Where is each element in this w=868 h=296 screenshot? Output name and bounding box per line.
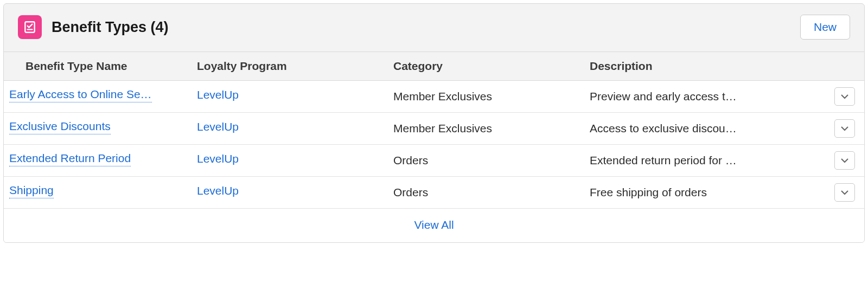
description-cell: Preview and early access t… <box>584 90 825 103</box>
benefit-name-link[interactable]: Exclusive Discounts <box>9 120 111 134</box>
chevron-down-icon <box>841 94 848 99</box>
category-cell: Member Exclusives <box>388 122 584 135</box>
benefit-type-icon <box>18 15 42 39</box>
row-actions-button[interactable] <box>834 183 855 202</box>
card-footer: View All <box>4 209 864 242</box>
loyalty-program-link[interactable]: LevelUp <box>197 120 239 134</box>
category-cell: Member Exclusives <box>388 90 584 103</box>
column-headers: Benefit Type Name Loyalty Program Catego… <box>4 52 864 81</box>
title-group: Benefit Types (4) <box>18 15 169 39</box>
table-row: Exclusive Discounts LevelUp Member Exclu… <box>4 113 864 145</box>
page-title: Benefit Types (4) <box>52 19 169 36</box>
card-header: Benefit Types (4) New <box>4 4 864 52</box>
table-row: Extended Return Period LevelUp Orders Ex… <box>4 145 864 177</box>
category-cell: Orders <box>388 154 584 167</box>
row-actions-button[interactable] <box>834 87 855 106</box>
description-cell: Free shipping of orders <box>584 186 825 199</box>
benefit-name-link[interactable]: Shipping <box>9 184 54 198</box>
category-cell: Orders <box>388 186 584 199</box>
table-row: Early Access to Online Se… LevelUp Membe… <box>4 81 864 113</box>
benefit-name-link[interactable]: Early Access to Online Se… <box>9 88 152 102</box>
loyalty-program-link[interactable]: LevelUp <box>197 152 239 166</box>
row-actions-button[interactable] <box>834 119 855 138</box>
col-header-description[interactable]: Description <box>584 60 825 73</box>
loyalty-program-link[interactable]: LevelUp <box>197 88 239 102</box>
col-header-actions <box>825 60 864 73</box>
new-button[interactable]: New <box>800 15 850 40</box>
col-header-program[interactable]: Loyalty Program <box>192 60 388 73</box>
benefit-types-card: Benefit Types (4) New Benefit Type Name … <box>3 3 865 243</box>
chevron-down-icon <box>841 126 848 131</box>
loyalty-program-link[interactable]: LevelUp <box>197 184 239 198</box>
chevron-down-icon <box>841 190 848 195</box>
col-header-category[interactable]: Category <box>388 60 584 73</box>
row-actions-button[interactable] <box>834 151 855 170</box>
view-all-link[interactable]: View All <box>414 218 454 231</box>
col-header-name[interactable]: Benefit Type Name <box>4 60 192 73</box>
description-cell: Extended return period for … <box>584 154 825 167</box>
benefit-name-link[interactable]: Extended Return Period <box>9 152 131 166</box>
chevron-down-icon <box>841 158 848 163</box>
table-row: Shipping LevelUp Orders Free shipping of… <box>4 177 864 209</box>
table-body: Early Access to Online Se… LevelUp Membe… <box>4 81 864 209</box>
description-cell: Access to exclusive discou… <box>584 122 825 135</box>
